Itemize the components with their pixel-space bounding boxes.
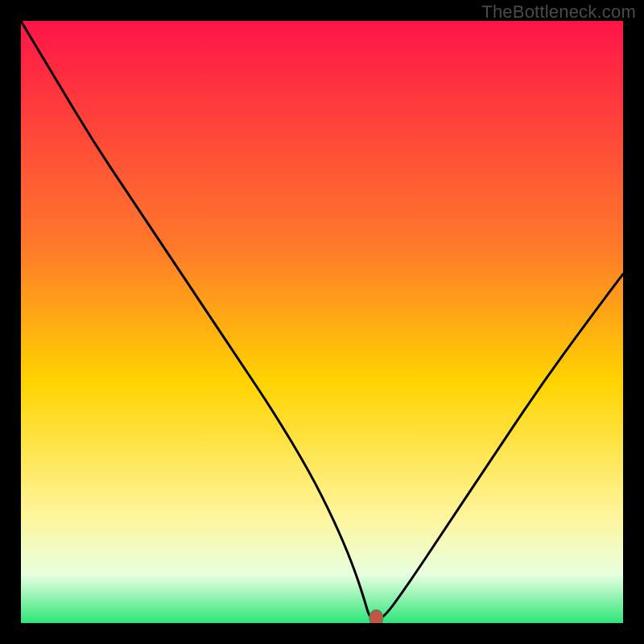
chart-frame: TheBottleneck.com [0,0,644,644]
watermark-text: TheBottleneck.com [481,2,636,23]
plot-area [21,21,623,623]
optimal-point-marker [369,610,382,623]
bottleneck-chart [21,21,623,623]
heat-gradient [21,21,623,623]
